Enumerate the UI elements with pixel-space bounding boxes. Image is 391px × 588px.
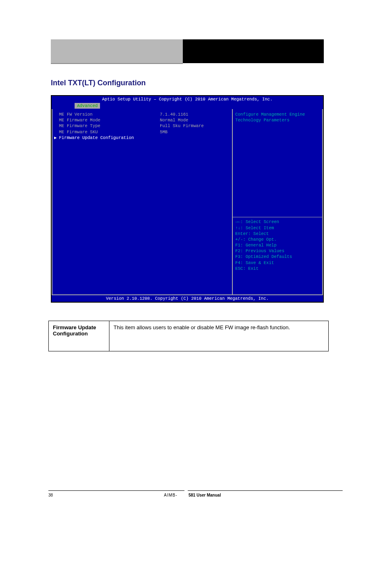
- help-keys: →←: Select Screen ↑↓: Select Item Enter:…: [235, 219, 320, 271]
- chevron-right-icon: ▶: [54, 135, 59, 141]
- info-row: ME Firmware Mode Normal Mode: [54, 117, 228, 123]
- key-hint: ESC: Exit: [235, 266, 320, 271]
- bios-help-panel: Configure Management Engine Technology P…: [233, 109, 322, 294]
- key-hint: F1: General Help: [235, 242, 320, 248]
- spacer: [235, 271, 320, 292]
- help-line: Configure Management Engine: [235, 112, 320, 117]
- page-number: 38: [48, 493, 53, 497]
- bios-main-panel: ME FW Version 7.1.40.1161 ME Firmware Mo…: [52, 109, 233, 294]
- info-label: ME Firmware Type: [59, 123, 160, 129]
- bios-title-bar: Aptio Setup Utility – Copyright (C) 2010…: [52, 96, 323, 103]
- help-description: Configure Management Engine Technology P…: [235, 112, 320, 215]
- info-value: Normal Mode: [160, 117, 188, 123]
- info-label: ME FW Version: [59, 112, 160, 117]
- bios-body: ME FW Version 7.1.40.1161 ME Firmware Mo…: [52, 109, 323, 295]
- bios-tab-row: Advanced: [52, 103, 323, 109]
- info-label: ME Firmware Mode: [59, 117, 160, 123]
- header-bar: [51, 39, 324, 64]
- key-hint: →←: Select Screen: [235, 219, 320, 225]
- info-value: 7.1.40.1161: [160, 112, 188, 117]
- help-divider: [233, 217, 322, 217]
- help-line: Technology Parameters: [235, 117, 320, 123]
- key-hint: F4: Save & Exit: [235, 260, 320, 266]
- info-value: Full Sku Firmware: [160, 123, 204, 129]
- key-hint: F3: Optimized Defaults: [235, 254, 320, 260]
- footer-rule-right: [188, 490, 343, 491]
- header-bar-right: [183, 39, 324, 64]
- submenu-firmware-update[interactable]: ▶Firmware Update Configuration: [54, 135, 228, 141]
- footer-rule-left: [48, 490, 184, 491]
- footer-model-right: 581 User Manual: [189, 493, 221, 497]
- desc-text: This item allows users to enable or disa…: [109, 321, 329, 351]
- info-value: 5MB: [160, 129, 168, 135]
- key-hint: ↑↓: Select Item: [235, 225, 320, 231]
- info-row: ME FW Version 7.1.40.1161: [54, 112, 228, 117]
- submenu-label: Firmware Update Configuration: [59, 135, 134, 140]
- info-row: ME Firmware Type Full Sku Firmware: [54, 123, 228, 129]
- footer-model-left: AIMB-: [164, 493, 177, 497]
- description-table: Firmware Update Configuration This item …: [48, 321, 329, 351]
- key-hint: Enter: Select: [235, 231, 320, 237]
- desc-name: Firmware Update Configuration: [49, 321, 109, 351]
- table-row: Firmware Update Configuration This item …: [49, 321, 329, 351]
- tab-advanced[interactable]: Advanced: [75, 103, 100, 109]
- bios-version-bar: Version 2.10.1208. Copyright (C) 2010 Am…: [52, 295, 323, 302]
- section-title: Intel TXT(LT) Configuration: [51, 79, 146, 87]
- bios-window: Aptio Setup Utility – Copyright (C) 2010…: [51, 95, 324, 303]
- key-hint: F2: Previous Values: [235, 248, 320, 254]
- info-label: ME Firmware SKU: [59, 129, 160, 135]
- header-bar-left: [51, 39, 183, 64]
- info-row: ME Firmware SKU 5MB: [54, 129, 228, 135]
- key-hint: +/-: Change Opt.: [235, 237, 320, 242]
